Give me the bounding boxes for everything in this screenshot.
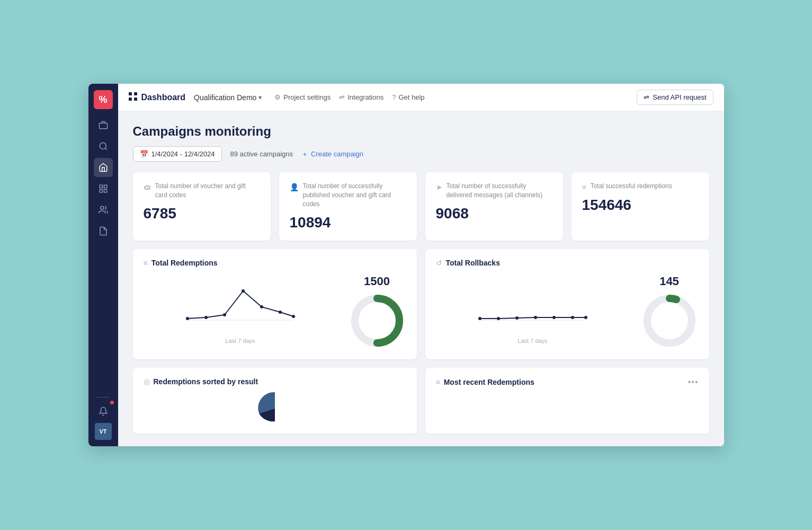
bottom-card-recent: ≡ Most recent Redemptions ••• bbox=[425, 368, 709, 434]
stat-icon-voucher: 🎟 bbox=[144, 183, 151, 191]
stat-card-2: ➤ Total number of successfully delivered… bbox=[425, 172, 563, 240]
date-range-button[interactable]: 📅 1/4/2024 - 12/4/2024 bbox=[133, 146, 222, 162]
more-options-button[interactable]: ••• bbox=[688, 377, 699, 387]
page-title: Campaigns monitoring bbox=[133, 124, 709, 139]
content-area: Campaigns monitoring 📅 1/4/2024 - 12/4/2… bbox=[118, 111, 724, 446]
charts-grid: ≡ Total Redemptions bbox=[133, 249, 709, 359]
notification-badge bbox=[110, 401, 114, 404]
svg-point-25 bbox=[534, 316, 537, 319]
svg-rect-9 bbox=[129, 98, 132, 101]
bottom-icon-recent: ≡ bbox=[436, 378, 440, 386]
sidebar-item-grid[interactable] bbox=[94, 179, 113, 198]
line-chart-redemptions: Last 7 days bbox=[144, 280, 337, 344]
chart-title-rollbacks: Total Rollbacks bbox=[446, 259, 500, 267]
sidebar-item-home[interactable] bbox=[94, 158, 113, 177]
project-chevron-icon: ▾ bbox=[258, 94, 262, 101]
chart-icon-rollbacks: ↺ bbox=[436, 259, 442, 267]
line-chart-label-0: Last 7 days bbox=[225, 338, 255, 344]
bottom-icon-sorted: ◎ bbox=[144, 377, 150, 386]
sidebar-item-search[interactable] bbox=[94, 137, 113, 156]
svg-point-24 bbox=[515, 316, 519, 320]
help-icon: ? bbox=[392, 93, 396, 101]
svg-point-15 bbox=[242, 289, 245, 293]
stat-icon-redemptions: ≡ bbox=[582, 183, 586, 191]
brand-grid-icon bbox=[129, 92, 137, 103]
svg-rect-4 bbox=[100, 190, 102, 192]
chart-title-redemptions: Total Redemptions bbox=[151, 259, 218, 267]
integrations-icon: ⇌ bbox=[339, 93, 345, 101]
stat-card-1: 👤 Total number of successfully published… bbox=[279, 172, 417, 240]
send-api-request-button[interactable]: ⇌ Send API request bbox=[637, 90, 713, 105]
project-name: Qualification Demo bbox=[194, 93, 256, 102]
calendar-icon: 📅 bbox=[140, 150, 148, 158]
project-settings-nav[interactable]: ⚙ Project settings bbox=[274, 93, 331, 101]
donut-value-redemptions: 1500 bbox=[364, 275, 390, 288]
svg-rect-3 bbox=[104, 186, 106, 188]
donut-redemptions: 1500 bbox=[348, 275, 406, 350]
svg-point-6 bbox=[100, 207, 103, 210]
stat-label-1: Total number of successfully published v… bbox=[303, 182, 406, 208]
stat-value-0: 6785 bbox=[144, 205, 260, 222]
create-campaign-button[interactable]: ＋ Create campaign bbox=[301, 149, 363, 159]
svg-point-29 bbox=[647, 298, 692, 343]
stats-grid: 🎟 Total number of voucher and gift card … bbox=[133, 172, 709, 240]
sidebar-item-document[interactable] bbox=[94, 222, 113, 241]
svg-point-16 bbox=[260, 305, 263, 308]
avatar[interactable]: VT bbox=[95, 423, 112, 440]
stat-label-0: Total number of voucher and gift card co… bbox=[155, 182, 260, 200]
svg-point-17 bbox=[279, 311, 282, 314]
stat-label-3: Total successful redemptions bbox=[591, 182, 672, 191]
project-selector[interactable]: Qualification Demo ▾ bbox=[194, 93, 262, 102]
bottom-card-sorted: ◎ Redemptions sorted by result bbox=[133, 368, 417, 434]
svg-point-18 bbox=[292, 315, 295, 318]
svg-rect-8 bbox=[134, 92, 137, 95]
toolbar: 📅 1/4/2024 - 12/4/2024 89 active campaig… bbox=[133, 146, 709, 162]
svg-rect-2 bbox=[100, 186, 102, 188]
svg-point-27 bbox=[571, 316, 574, 319]
stat-value-1: 10894 bbox=[290, 214, 406, 231]
active-campaigns-count: 89 active campaigns bbox=[230, 150, 293, 158]
line-chart-rollbacks: Last 7 days bbox=[436, 280, 630, 344]
sidebar-item-box[interactable] bbox=[94, 116, 113, 135]
topbar: Dashboard Qualification Demo ▾ ⚙ Project… bbox=[118, 84, 724, 111]
sidebar-divider bbox=[97, 397, 110, 398]
stat-value-2: 9068 bbox=[436, 205, 552, 222]
stat-label-2: Total number of successfully delivered m… bbox=[447, 182, 552, 200]
stat-icon-delivered: ➤ bbox=[436, 183, 442, 191]
svg-rect-10 bbox=[134, 98, 137, 101]
svg-rect-0 bbox=[99, 123, 107, 129]
chart-card-rollbacks: ↺ Total Rollbacks bbox=[425, 249, 709, 359]
svg-point-12 bbox=[186, 317, 189, 320]
bottom-title-recent: Most recent Redemptions bbox=[444, 378, 534, 386]
topbar-nav: ⚙ Project settings ⇌ Integrations ? Get … bbox=[274, 93, 424, 101]
sidebar: % VT bbox=[88, 84, 118, 446]
stat-card-3: ≡ Total successful redemptions 154646 bbox=[572, 172, 709, 240]
stat-card-0: 🎟 Total number of voucher and gift card … bbox=[133, 172, 271, 240]
integrations-nav[interactable]: ⇌ Integrations bbox=[339, 93, 383, 101]
svg-point-14 bbox=[223, 313, 226, 316]
svg-rect-7 bbox=[129, 92, 132, 95]
settings-icon: ⚙ bbox=[274, 93, 281, 101]
svg-point-23 bbox=[497, 317, 500, 320]
svg-rect-5 bbox=[104, 190, 106, 192]
bottom-grid: ◎ Redemptions sorted by result bbox=[133, 368, 709, 434]
svg-point-1 bbox=[100, 143, 106, 149]
topbar-title: Dashboard bbox=[141, 93, 186, 102]
donut-rollbacks: 145 bbox=[640, 275, 699, 350]
svg-point-13 bbox=[204, 316, 208, 319]
bottom-title-sorted: Redemptions sorted by result bbox=[154, 377, 258, 386]
project-settings-label: Project settings bbox=[283, 93, 331, 101]
sidebar-logo: % bbox=[94, 90, 113, 109]
chart-icon-redemptions: ≡ bbox=[144, 259, 148, 267]
svg-point-28 bbox=[584, 316, 587, 319]
sidebar-item-users[interactable] bbox=[94, 200, 113, 219]
svg-point-22 bbox=[478, 317, 481, 320]
brand: Dashboard bbox=[129, 92, 186, 103]
integrations-label: Integrations bbox=[347, 93, 383, 101]
api-icon: ⇌ bbox=[644, 93, 649, 101]
svg-point-26 bbox=[552, 316, 556, 319]
get-help-nav[interactable]: ? Get help bbox=[392, 93, 424, 101]
sidebar-notifications[interactable] bbox=[94, 402, 113, 421]
stat-icon-published: 👤 bbox=[290, 183, 299, 191]
get-help-label: Get help bbox=[398, 93, 424, 101]
